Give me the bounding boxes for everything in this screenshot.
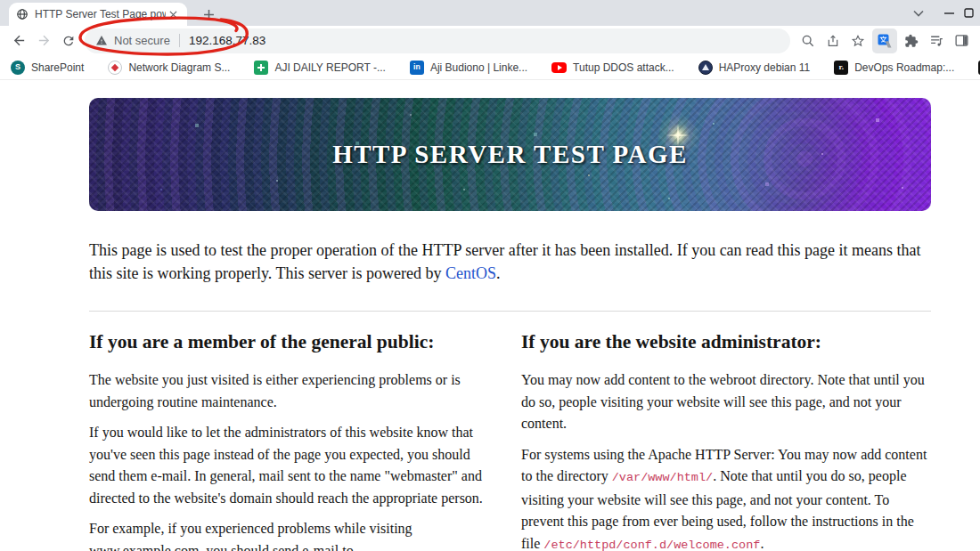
paragraph: The website you just visited is either e… — [89, 369, 499, 413]
new-tab-button[interactable] — [200, 5, 217, 23]
url-text[interactable]: 192.168.77.83 — [189, 34, 265, 47]
browser-tab[interactable]: HTTP Server Test Page powered — [9, 3, 187, 26]
website-administrator-column: If you are the website administrator: Yo… — [521, 312, 931, 551]
paragraph: For example, if you experienced problems… — [89, 518, 499, 551]
page-title: HTTP SERVER TEST PAGE — [89, 98, 931, 211]
paragraph: If you would like to let the administrat… — [89, 422, 499, 509]
tab-close-icon[interactable] — [166, 7, 180, 21]
path-code: /var/www/html/ — [612, 471, 713, 484]
bookmark-youtube[interactable]: Tutup DDOS attack... — [551, 61, 674, 74]
youtube-icon — [551, 62, 567, 73]
globe-favicon-icon — [16, 8, 29, 20]
bookmark-star-icon[interactable] — [845, 28, 870, 53]
extensions-puzzle-icon[interactable] — [899, 28, 924, 53]
bookmark-aji-daily-report[interactable]: AJI DAILY REPORT -... — [254, 61, 385, 75]
reload-button[interactable] — [56, 28, 81, 53]
centos-link[interactable]: CentOS — [445, 264, 496, 282]
haproxy-icon — [698, 61, 713, 75]
bookmark-network-diagram[interactable]: Network Diagram S... — [108, 61, 230, 75]
minimize-button[interactable] — [934, 0, 964, 26]
sharepoint-icon: S — [11, 61, 25, 75]
general-public-column: If you are a member of the general publi… — [89, 312, 499, 551]
page-content: HTTP SERVER TEST PAGE This page is used … — [0, 98, 980, 551]
website-administrator-heading: If you are the website administrator: — [521, 331, 931, 353]
not-secure-warning-icon[interactable] — [95, 35, 108, 46]
bookmark-haproxy[interactable]: HAProxy debian 11 — [698, 61, 811, 75]
share-icon[interactable] — [821, 28, 845, 53]
bookmark-sharepoint[interactable]: S SharePoint — [11, 61, 84, 75]
path-code: /etc/httpd/conf.d/welcome.conf — [543, 539, 760, 551]
bookmarks-bar: S SharePoint Network Diagram S... AJI DA… — [0, 55, 980, 80]
search-icon[interactable] — [796, 28, 821, 53]
side-panel-icon[interactable] — [949, 28, 974, 53]
tab-search-chevron-icon[interactable] — [903, 0, 934, 26]
general-public-heading: If you are a member of the general publi… — [89, 331, 499, 353]
maximize-button[interactable] — [964, 0, 980, 26]
intro-paragraph: This page is used to test the proper ope… — [89, 239, 931, 285]
roadmap-icon: r. — [834, 61, 848, 75]
test-page-banner: HTTP SERVER TEST PAGE — [89, 98, 931, 211]
paragraph: You may now add content to the webroot d… — [521, 369, 931, 435]
banner-sparkles — [89, 98, 91, 100]
address-bar[interactable]: Not secure 192.168.77.83 — [85, 28, 790, 53]
diagram-diamond-icon — [108, 61, 122, 75]
back-button[interactable] — [6, 28, 31, 53]
bookmark-devops-roadmap[interactable]: r. DevOps Roadmap:... — [834, 61, 954, 75]
browser-toolbar: Not secure 192.168.77.83 — [0, 26, 980, 55]
omnibox-divider — [179, 34, 180, 47]
media-controls-icon[interactable] — [924, 28, 949, 53]
browser-window: HTTP Server Test Page powered — [0, 0, 980, 551]
forward-button[interactable] — [31, 28, 56, 53]
google-sheets-icon — [254, 61, 268, 75]
translate-icon[interactable] — [872, 28, 897, 53]
tab-title: HTTP Server Test Page powered — [35, 8, 166, 20]
linkedin-icon: in — [410, 61, 424, 75]
paragraph: For systems using the Apache HTTP Server… — [521, 444, 931, 551]
tab-strip: HTTP Server Test Page powered — [0, 0, 980, 26]
bookmark-linkedin[interactable]: in Aji Budiono | Linke... — [410, 61, 527, 75]
security-label: Not secure — [114, 34, 170, 47]
